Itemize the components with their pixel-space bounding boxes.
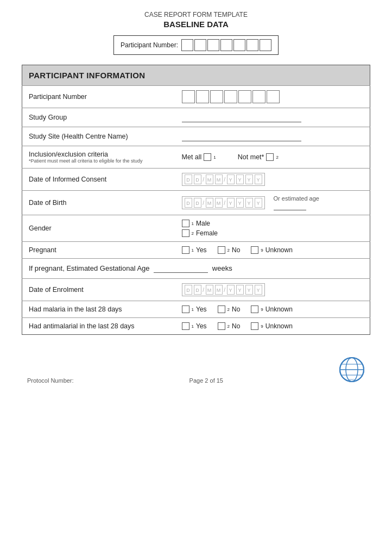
cb-met-all-box[interactable] bbox=[204, 153, 211, 161]
value-study-site[interactable] bbox=[175, 127, 370, 146]
label-inclusion-criteria: Inclusion/exclusion criteria *Patient mu… bbox=[22, 146, 175, 169]
pn-cell-6[interactable] bbox=[246, 39, 258, 51]
value-date-of-birth: D D / M M / Y Y bbox=[175, 191, 370, 215]
pn-t-cell-6[interactable] bbox=[252, 90, 265, 103]
page-header: CASE REPORT FORM TEMPLATE BASELINE DATA … bbox=[22, 11, 370, 55]
value-had-malaria: 1 Yes 2 No 9 Unknown bbox=[175, 301, 370, 318]
study-group-field[interactable] bbox=[182, 113, 301, 122]
pn-cell-7[interactable] bbox=[260, 39, 271, 51]
date-consent-segments[interactable]: D D / M M / Y Y Y Y bbox=[182, 173, 265, 186]
day-seg: D D bbox=[184, 174, 202, 184]
cb-malaria-unknown-box[interactable] bbox=[251, 305, 258, 313]
date-birth-row: D D / M M / Y Y bbox=[182, 195, 363, 210]
page-number: Page 2 of 15 bbox=[189, 377, 223, 384]
cb-pregnant-unknown-label: Unknown bbox=[265, 246, 293, 254]
label-study-group: Study Group bbox=[22, 108, 175, 127]
pn-t-cell-1[interactable] bbox=[182, 90, 195, 103]
cb-malaria-no: 2 No bbox=[218, 305, 241, 313]
cb-pregnant-yes-box[interactable] bbox=[182, 246, 189, 254]
gestational-age-field[interactable] bbox=[154, 264, 208, 273]
pregnant-options: 1 Yes 2 No 9 Unknown bbox=[182, 246, 363, 254]
cb-met-all-label: Met all bbox=[182, 153, 202, 161]
pn-cell-2[interactable] bbox=[194, 39, 206, 51]
svg-text:WHO: WHO bbox=[349, 378, 355, 381]
cb-pregnant-no-label: No bbox=[232, 246, 240, 254]
cb-female-sub: 2 bbox=[192, 231, 194, 236]
month-seg: M M bbox=[205, 174, 223, 184]
cb-not-met-label: Not met* bbox=[238, 153, 264, 161]
row-gender: Gender 1 Male 2 Female bbox=[22, 215, 370, 242]
cb-female-box[interactable] bbox=[182, 229, 189, 237]
cb-antimalarial-no-box[interactable] bbox=[218, 322, 225, 330]
antimalarial-options: 1 Yes 2 No 9 Unknown bbox=[182, 322, 363, 330]
label-date-informed-consent: Date of Informed Consent bbox=[22, 169, 175, 191]
cb-female-label: Female bbox=[196, 229, 218, 237]
cb-antimalarial-unknown-sub: 9 bbox=[261, 324, 263, 329]
malaria-options: 1 Yes 2 No 9 Unknown bbox=[182, 305, 363, 313]
cb-pregnant-yes-label: Yes bbox=[196, 246, 207, 254]
pn-cell-4[interactable] bbox=[220, 39, 232, 51]
cb-met-all-sub: 1 bbox=[213, 155, 216, 160]
pn-cell-5[interactable] bbox=[233, 39, 245, 51]
cb-malaria-no-box[interactable] bbox=[218, 305, 225, 313]
pn-t-cell-5[interactable] bbox=[238, 90, 251, 103]
cb-not-met-box[interactable] bbox=[266, 153, 274, 161]
row-gestational-age: If pregnant, Estimated Gestational Age w… bbox=[22, 259, 370, 279]
row-pregnant: Pregnant 1 Yes 2 No 9 bbox=[22, 242, 370, 259]
value-had-antimalarial: 1 Yes 2 No 9 Unknown bbox=[175, 318, 370, 335]
cb-malaria-unknown: 9 Unknown bbox=[251, 305, 292, 313]
header-participant-number-box: Participant Number: bbox=[113, 35, 279, 55]
cb-antimalarial-unknown-box[interactable] bbox=[251, 322, 258, 330]
cb-not-met: Not met* 2 bbox=[238, 153, 279, 161]
pn-cell-1[interactable] bbox=[181, 39, 193, 51]
inclusion-options: Met all 1 Not met* 2 bbox=[182, 153, 363, 161]
value-study-group[interactable] bbox=[175, 108, 370, 127]
value-date-enrolment: D D / M M / Y Y Y Y bbox=[175, 279, 370, 301]
row-date-of-birth: Date of Birth D D / M M bbox=[22, 191, 370, 215]
estimated-age-field[interactable] bbox=[274, 202, 306, 210]
cb-pregnant-no: 2 No bbox=[218, 246, 241, 254]
cb-male-label: Male bbox=[196, 220, 210, 227]
cb-pregnant-no-box[interactable] bbox=[218, 246, 225, 254]
date-enrolment-segments[interactable]: D D / M M / Y Y Y Y bbox=[182, 283, 265, 296]
pn-t-cell-3[interactable] bbox=[210, 90, 223, 103]
pn-t-cell-7[interactable] bbox=[267, 90, 280, 103]
gestational-age-suffix: weeks bbox=[212, 264, 232, 272]
cb-antimalarial-yes-box[interactable] bbox=[182, 322, 189, 330]
enr-year-seg: Y Y Y Y bbox=[226, 285, 263, 295]
cb-malaria-unknown-sub: 9 bbox=[261, 307, 263, 312]
protocol-number: Protocol Number: bbox=[27, 377, 74, 384]
dob-year-seg: Y Y Y Y bbox=[226, 198, 263, 208]
cb-malaria-unknown-label: Unknown bbox=[265, 305, 293, 313]
footer-logo-container: WHO bbox=[339, 357, 365, 384]
pn-t-cell-2[interactable] bbox=[196, 90, 209, 103]
cb-malaria-no-label: No bbox=[232, 305, 240, 313]
cb-male: 1 Male bbox=[182, 220, 363, 227]
pn-table-cells bbox=[182, 90, 363, 103]
date-informed-consent-field: D D / M M / Y Y Y Y bbox=[182, 173, 363, 186]
label-date-of-birth: Date of Birth bbox=[22, 191, 175, 215]
row-study-site: Study Site (Health Centre Name) bbox=[22, 127, 370, 146]
value-date-informed-consent: D D / M M / Y Y Y Y bbox=[175, 169, 370, 191]
cb-female: 2 Female bbox=[182, 229, 363, 237]
cb-antimalarial-yes-label: Yes bbox=[196, 322, 207, 330]
label-pregnant: Pregnant bbox=[22, 242, 175, 259]
study-site-field[interactable] bbox=[182, 132, 301, 141]
header-pn-label: Participant Number: bbox=[121, 41, 178, 49]
date-birth-field: D D / M M / Y Y bbox=[182, 196, 265, 209]
row-date-informed-consent: Date of Informed Consent D D / M M bbox=[22, 169, 370, 191]
row-participant-number: Participant Number bbox=[22, 86, 370, 108]
gender-options: 1 Male 2 Female bbox=[182, 220, 363, 237]
dob-day-seg: D D bbox=[184, 198, 202, 208]
cb-antimalarial-unknown: 9 Unknown bbox=[251, 322, 292, 330]
cb-malaria-yes-box[interactable] bbox=[182, 305, 189, 313]
cb-male-box[interactable] bbox=[182, 220, 189, 227]
label-date-enrolment: Date of Enrolment bbox=[22, 279, 175, 301]
value-gestational-age: If pregnant, Estimated Gestational Age w… bbox=[22, 259, 370, 279]
pn-cell-3[interactable] bbox=[207, 39, 219, 51]
pn-t-cell-4[interactable] bbox=[224, 90, 237, 103]
cb-pregnant-unknown: 9 Unknown bbox=[251, 246, 292, 254]
cb-antimalarial-yes-sub: 1 bbox=[192, 324, 194, 329]
date-birth-segments[interactable]: D D / M M / Y Y bbox=[182, 196, 265, 209]
cb-pregnant-unknown-box[interactable] bbox=[251, 246, 258, 254]
